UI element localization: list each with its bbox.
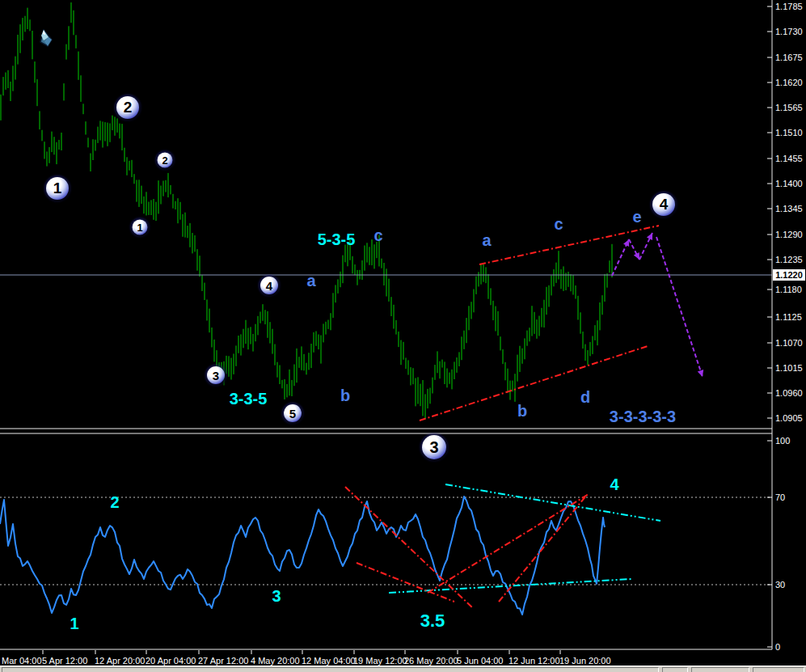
price-axis-label: 1.1070: [775, 339, 803, 348]
price-axis-label: 1.1290: [775, 230, 803, 239]
current-price-badge: 1.1220: [773, 269, 805, 281]
time-axis-label: 12 Jun 12:00: [508, 657, 560, 666]
price-axis-label: 1.1620: [775, 78, 803, 87]
status-bar-panel: [691, 667, 749, 672]
wave-count-label[interactable]: 3: [272, 587, 281, 606]
time-axis-label: 26 May 20:00: [404, 657, 458, 666]
wave-letter-label[interactable]: a: [482, 231, 491, 250]
oscillator-axis-label: 100: [775, 437, 790, 446]
wave-letter-label[interactable]: 3-3-3-3-3: [610, 408, 676, 426]
mouse-cursor-icon: [36, 29, 55, 53]
price-axis-label: 1.1125: [775, 313, 802, 322]
status-bar: [0, 666, 806, 672]
price-axis-label: 1.1510: [775, 129, 803, 137]
price-axis-label: 1.1235: [775, 256, 803, 264]
wave-circle-2[interactable]: 2: [158, 153, 173, 168]
time-axis-label: 5 Apr 12:00: [42, 657, 87, 666]
wave-count-label[interactable]: 3.5: [420, 611, 445, 632]
time-axis-label: 5 Jun 04:00: [457, 657, 504, 666]
time-axis-label: 19 May 12:00: [353, 657, 407, 666]
status-bar-panel: [2, 667, 659, 672]
time-axis-label: 27 Apr 12:00: [198, 657, 248, 666]
forecast-arrowhead: [698, 370, 703, 377]
oscillator-axis-label: 70: [775, 493, 785, 502]
wave-letter-label[interactable]: c: [554, 215, 563, 234]
wave-count-label[interactable]: 4: [610, 475, 618, 494]
status-bar-panel: [662, 667, 688, 672]
wave-count-label[interactable]: 2: [110, 493, 119, 512]
time-axis-label: Mar 04:00: [2, 657, 42, 666]
wave-circle-3[interactable]: 3: [207, 366, 225, 384]
red-trendline[interactable]: [479, 226, 659, 264]
wave-count-label[interactable]: 3-3-5: [230, 390, 268, 408]
price-axis-label: 1.1730: [775, 27, 803, 36]
time-axis-label: 12 May 04:00: [302, 657, 356, 666]
red-trendline[interactable]: [345, 487, 472, 607]
wave-circle-4[interactable]: 4: [652, 193, 675, 216]
price-axis-label: 1.0960: [775, 389, 803, 398]
price-axis-label: 1.1345: [775, 205, 803, 213]
price-axis-label: 1.1565: [775, 104, 803, 112]
price-axis-label: 1.1675: [775, 53, 803, 62]
red-trendline[interactable]: [499, 495, 587, 602]
wave-circle-3[interactable]: 3: [422, 435, 446, 459]
time-axis-label: 19 Jun 20:00: [559, 657, 611, 666]
wave-circle-1[interactable]: 1: [46, 177, 69, 200]
wave-circle-2[interactable]: 2: [116, 96, 139, 119]
time-axis-label: 4 May 20:00: [251, 657, 300, 666]
price-axis-label: 1.1785: [775, 2, 803, 11]
oscillator-axis-label: 0: [775, 643, 780, 652]
wave-letter-label[interactable]: b: [340, 387, 350, 405]
wave-letter-label[interactable]: d: [580, 388, 590, 407]
wave-letter-label[interactable]: e: [632, 208, 641, 226]
red-trendline[interactable]: [357, 563, 454, 602]
wave-letter-label[interactable]: c: [373, 226, 382, 245]
wave-letter-label[interactable]: b: [517, 402, 527, 421]
price-axis-label: 1.0905: [775, 414, 803, 423]
price-axis-label: 1.1455: [775, 154, 803, 163]
red-trendline[interactable]: [428, 494, 589, 593]
price-axis-label: 1.1180: [775, 285, 802, 294]
price-axis-label: 1.1015: [775, 364, 803, 373]
wave-letter-label[interactable]: a: [306, 272, 315, 290]
wave-circle-1[interactable]: 1: [133, 220, 148, 235]
forecast-arrow[interactable]: [656, 237, 703, 377]
wave-circle-5[interactable]: 5: [284, 404, 302, 422]
wave-circle-4[interactable]: 4: [260, 277, 278, 294]
time-axis-label: 12 Apr 20:00: [95, 657, 145, 666]
status-bar-panel: [753, 667, 804, 672]
oscillator-axis-label: 30: [775, 581, 785, 590]
oscillator-line[interactable]: [0, 497, 605, 615]
wave-count-label[interactable]: 5-3-5: [318, 230, 356, 249]
time-axis-label: 20 Apr 04:00: [146, 657, 196, 666]
trading-chart-window: 1.17851.17301.16751.16201.15651.15101.14…: [0, 0, 806, 672]
price-axis-label: 1.1400: [775, 180, 803, 188]
wave-count-label[interactable]: 1: [70, 615, 78, 633]
